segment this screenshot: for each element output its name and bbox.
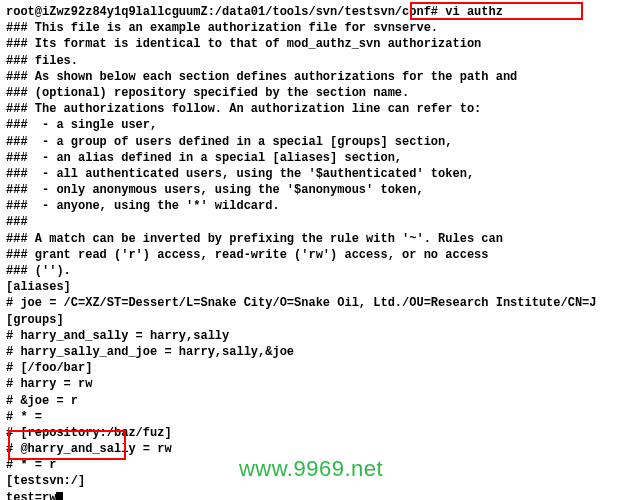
file-line: # harry = rw [6,376,616,392]
file-line: ### [6,214,616,230]
cursor-icon [56,492,63,500]
edited-line: test=rw [6,490,616,500]
file-content[interactable]: ### This file is an example authorizatio… [6,20,616,500]
file-line: [groups] [6,312,616,328]
file-line: ### This file is an example authorizatio… [6,20,616,36]
file-line: ### - a single user, [6,117,616,133]
file-line: ### - a group of users defined in a spec… [6,134,616,150]
shell-prompt: root@iZwz92z84y1q9lallcguumZ:/data01/too… [6,4,616,20]
file-line: # joe = /C=XZ/ST=Dessert/L=Snake City/O=… [6,295,616,311]
file-line: ### Its format is identical to that of m… [6,36,616,52]
file-line: # &joe = r [6,393,616,409]
file-line: # [repository:/baz/fuz] [6,425,616,441]
file-line: ### - only anonymous users, using the '$… [6,182,616,198]
file-line: [aliases] [6,279,616,295]
file-line: ### (''). [6,263,616,279]
file-line: ### grant read ('r') access, read-write … [6,247,616,263]
file-line: # [/foo/bar] [6,360,616,376]
file-line: # harry_and_sally = harry,sally [6,328,616,344]
file-line: ### - an alias defined in a special [ali… [6,150,616,166]
file-line: ### files. [6,53,616,69]
file-line: ### A match can be inverted by prefixing… [6,231,616,247]
file-line: # * = [6,409,616,425]
file-line: ### - anyone, using the '*' wildcard. [6,198,616,214]
file-line: # harry_sally_and_joe = harry,sally,&joe [6,344,616,360]
file-line: ### (optional) repository specified by t… [6,85,616,101]
file-line: ### As shown below each section defines … [6,69,616,85]
file-line: ### The authorizations follow. An author… [6,101,616,117]
watermark-text: www.9969.net [239,454,383,484]
file-line: ### - all authenticated users, using the… [6,166,616,182]
